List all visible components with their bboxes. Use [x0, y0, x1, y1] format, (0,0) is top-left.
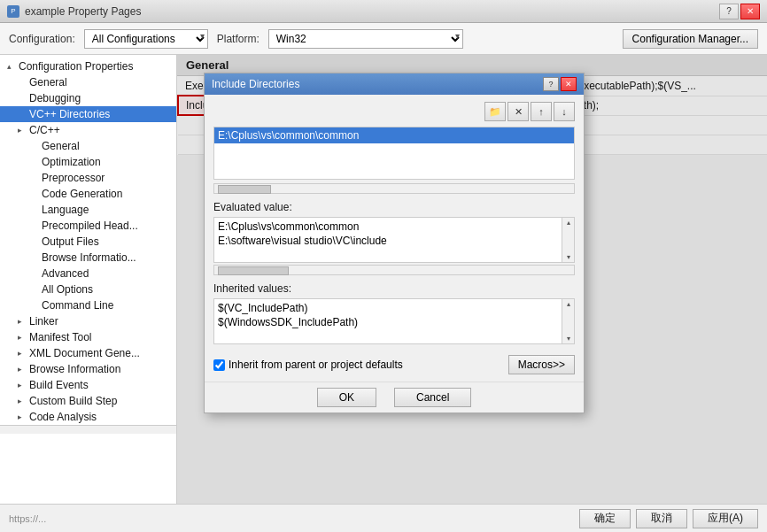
apply-button[interactable]: 应用(A) — [693, 509, 758, 528]
sidebar-hscrollbar[interactable] — [0, 425, 176, 434]
delete-button[interactable]: ✕ — [507, 102, 529, 121]
sidebar-item-label: Preprocessor — [42, 172, 105, 184]
sidebar-item-xml-doc[interactable]: ▸XML Document Gene... — [0, 345, 176, 361]
sidebar-item-label: C/C++ — [29, 124, 60, 136]
sidebar: ▴Configuration PropertiesGeneralDebuggin… — [0, 55, 177, 504]
tree-expand-icon: ▸ — [18, 397, 27, 405]
tree-expand-icon: ▸ — [18, 126, 27, 135]
sidebar-item-cpp[interactable]: ▸C/C++ — [0, 122, 176, 138]
directory-list[interactable]: E:\Cplus\vs\common\common — [213, 127, 575, 180]
dialog-ok-button[interactable]: OK — [317, 388, 376, 407]
app-icon: P — [7, 5, 19, 18]
sidebar-item-output-files[interactable]: Output Files — [0, 234, 176, 250]
sidebar-item-label: Command Line — [42, 299, 113, 312]
config-label: Configuration: — [9, 33, 75, 45]
sidebar-item-browse-info[interactable]: Browse Informatio... — [0, 250, 176, 266]
dialog-title-text: Include Directories — [212, 78, 299, 90]
sidebar-item-browse-information[interactable]: ▸Browse Information — [0, 361, 176, 377]
dialog-title-bar: Include Directories ? ✕ — [205, 73, 584, 95]
content-area: General Executable Directories $(VC_Exec… — [177, 55, 767, 504]
sidebar-item-preprocessor[interactable]: Preprocessor — [0, 170, 176, 186]
eval-line-1: E:\Cplus\vs\common\common — [218, 220, 560, 234]
sidebar-item-label: Language — [42, 204, 89, 216]
sidebar-item-general[interactable]: General — [0, 74, 176, 90]
sidebar-item-manifest-tool[interactable]: ▸Manifest Tool — [0, 329, 176, 345]
sidebar-item-label: General — [42, 140, 80, 152]
sidebar-item-precompiled[interactable]: Precompiled Head... — [0, 218, 176, 234]
dialog-body: 📁 ✕ ↑ ↓ E:\Cplus\vs\common\common Eval — [205, 95, 584, 344]
sidebar-item-config-props[interactable]: ▴Configuration Properties — [0, 58, 176, 74]
config-dropdown[interactable]: All Configurations — [84, 29, 208, 49]
inherited-content: $(VC_IncludePath) $(WindowsSDK_IncludePa… — [214, 299, 574, 331]
eval-hscrollbar-thumb — [218, 266, 289, 275]
sidebar-item-build-events[interactable]: ▸Build Events — [0, 377, 176, 393]
tree-expand-icon: ▸ — [18, 412, 27, 421]
sidebar-item-language[interactable]: Language — [0, 202, 176, 218]
sidebar-item-label: Code Generation — [42, 188, 122, 200]
inherited-label: Inherited values: — [213, 282, 575, 295]
dialog-close-button[interactable]: ✕ — [561, 77, 577, 91]
platform-label: Platform: — [217, 33, 260, 45]
sidebar-item-label: Configuration Properties — [19, 60, 133, 73]
ok-button[interactable]: 确定 — [579, 509, 631, 528]
sidebar-item-debugging[interactable]: Debugging — [0, 90, 176, 106]
title-bar-left: P example Property Pages — [7, 5, 141, 18]
sidebar-item-advanced[interactable]: Advanced — [0, 266, 176, 281]
sidebar-item-vc-dirs[interactable]: VC++ Directories — [0, 106, 176, 122]
sidebar-item-label: Custom Build Step — [29, 395, 117, 407]
dialog-cancel-button[interactable]: Cancel — [394, 388, 471, 407]
macros-button[interactable]: Macros>> — [508, 355, 575, 374]
sidebar-item-code-analysis[interactable]: ▸Code Analysis — [0, 409, 176, 425]
sidebar-item-linker[interactable]: ▸Linker — [0, 313, 176, 329]
dialog-title-buttons: ? ✕ — [543, 77, 577, 91]
help-button[interactable]: ? — [719, 4, 739, 19]
inherit-checkbox-label[interactable]: Inherit from parent or project defaults — [213, 359, 403, 371]
sidebar-item-label: Advanced — [42, 267, 89, 280]
bottom-link: https://... — [9, 513, 46, 524]
move-down-button[interactable]: ↓ — [554, 102, 575, 121]
evaluated-label: Evaluated value: — [213, 201, 575, 213]
config-manager-button[interactable]: Configuration Manager... — [623, 29, 758, 49]
dialog-footer: Inherit from parent or project defaults … — [205, 348, 584, 382]
sidebar-item-cpp-general[interactable]: General — [0, 138, 176, 154]
title-bar-buttons: ? ✕ — [719, 4, 760, 19]
sidebar-item-all-options[interactable]: All Options — [0, 281, 176, 297]
cancel-button[interactable]: 取消 — [636, 509, 687, 528]
dir-list-hscrollbar[interactable] — [213, 183, 575, 194]
inherited-line-2: $(WindowsSDK_IncludePath) — [218, 315, 560, 329]
eval-hscrollbar[interactable] — [213, 265, 575, 275]
sidebar-item-label: Linker — [29, 315, 58, 328]
inherit-label-text: Inherit from parent or project defaults — [229, 359, 403, 371]
sidebar-item-label: Browse Information — [29, 363, 120, 375]
dialog-action-buttons: OK Cancel — [205, 382, 584, 412]
sidebar-item-label: Browse Informatio... — [42, 251, 136, 264]
tree-expand-icon: ▸ — [18, 317, 27, 326]
sidebar-item-command-line[interactable]: Command Line — [0, 297, 176, 313]
eval-vscrollbar[interactable]: ▴ ▾ — [562, 218, 574, 262]
evaluated-value-box: E:\Cplus\vs\common\common E:\software\vi… — [213, 217, 575, 263]
dialog-overlay: Include Directories ? ✕ 📁 ✕ ↑ ↓ — [177, 55, 767, 504]
window-title: example Property Pages — [25, 5, 141, 18]
dialog-toolbar: 📁 ✕ ↑ ↓ — [213, 102, 575, 121]
bottom-bar: https://... 确定 取消 应用(A) — [0, 504, 767, 532]
eval-content: E:\Cplus\vs\common\common E:\software\vi… — [214, 218, 574, 250]
inherited-vscrollbar[interactable]: ▴ ▾ — [562, 299, 574, 343]
sidebar-item-optimization[interactable]: Optimization — [0, 154, 176, 170]
sidebar-item-code-gen[interactable]: Code Generation — [0, 186, 176, 202]
tree-expand-icon: ▸ — [18, 349, 27, 358]
close-button[interactable]: ✕ — [740, 4, 760, 19]
tree-expand-icon: ▸ — [18, 333, 27, 342]
sidebar-item-label: Debugging — [29, 92, 81, 104]
platform-dropdown-wrap: Win32 — [268, 29, 463, 49]
list-item[interactable]: E:\Cplus\vs\common\common — [214, 127, 574, 143]
platform-dropdown[interactable]: Win32 — [268, 29, 463, 49]
tree-expand-icon: ▴ — [7, 62, 16, 71]
sidebar-item-label: General — [29, 76, 67, 89]
sidebar-item-custom-build[interactable]: ▸Custom Build Step — [0, 393, 176, 409]
dialog-help-button[interactable]: ? — [543, 77, 559, 91]
eval-line-2: E:\software\visual studio\VC\include — [218, 234, 560, 248]
inherit-checkbox[interactable] — [213, 359, 225, 371]
sidebar-item-label: Build Events — [29, 379, 89, 391]
move-up-button[interactable]: ↑ — [531, 102, 552, 121]
add-folder-button[interactable]: 📁 — [484, 102, 506, 121]
